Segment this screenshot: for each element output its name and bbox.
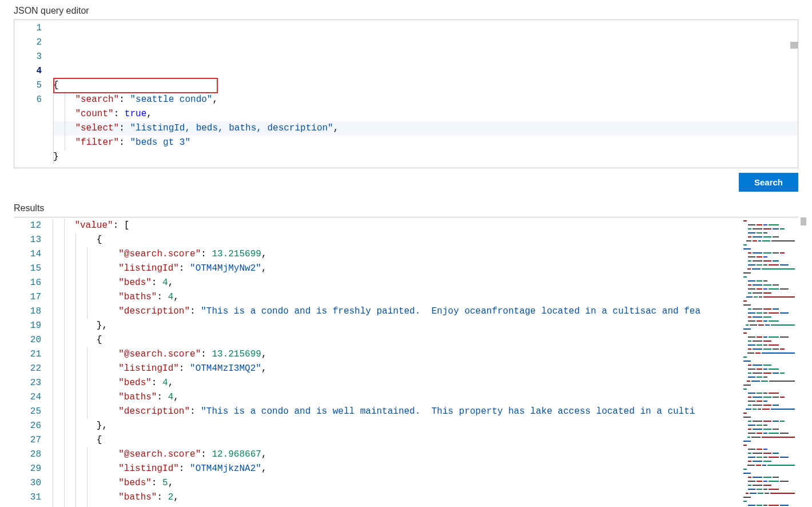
results-section-title: Results	[0, 192, 812, 217]
search-button[interactable]: Search	[739, 173, 798, 192]
query-code-body[interactable]: { "search": "seattle condo", "count": tr…	[53, 20, 798, 168]
editor-scrollbar-stub	[790, 42, 798, 49]
results-code-body[interactable]: "value": [ { "@search.score": 13.215699,…	[53, 217, 735, 507]
query-gutter: 123456	[14, 20, 53, 168]
results-gutter: 1213141516171819202122232425262728293031…	[14, 217, 53, 507]
results-viewer[interactable]: 1213141516171819202122232425262728293031…	[14, 217, 798, 507]
results-minimap[interactable]	[735, 217, 798, 507]
json-query-editor[interactable]: 123456 { "search": "seattle condo", "cou…	[14, 19, 798, 168]
results-scrollbar-stub	[801, 217, 806, 225]
editor-section-title: JSON query editor	[0, 0, 812, 19]
